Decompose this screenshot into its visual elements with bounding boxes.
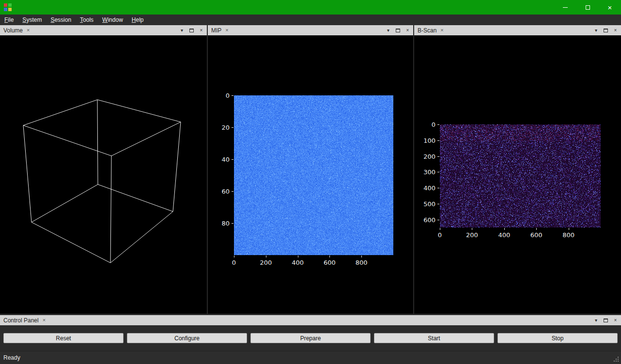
bscan-dock-menu-icon[interactable]: ▾ — [592, 25, 600, 35]
y-tick-label: 40 — [221, 156, 230, 163]
tick-mark — [472, 228, 472, 230]
tick-mark — [437, 220, 439, 220]
statusbar: Ready — [0, 351, 621, 364]
stop-button[interactable]: Stop — [497, 333, 618, 343]
y-tick-label: 100 — [423, 136, 435, 144]
y-tick-label: 60 — [221, 188, 230, 195]
x-tick-label: 200 — [466, 231, 478, 239]
tick-mark — [437, 124, 439, 125]
y-tick-label: 200 — [423, 152, 435, 160]
app-icon-yellow-cell — [8, 8, 12, 11]
bscan-panel: B-Scan × ▾ × 020040060080001002003004005… — [414, 25, 621, 314]
app-icon-green-cell — [8, 3, 12, 7]
float-window-icon — [396, 29, 400, 32]
status-text: Ready — [3, 354, 20, 361]
tick-mark — [329, 256, 330, 258]
mip-image[interactable] — [234, 95, 393, 255]
start-button[interactable]: Start — [374, 333, 494, 343]
volume-dock-float-icon[interactable] — [187, 25, 196, 35]
mip-viewport[interactable]: 0200400600800020406080 — [208, 35, 413, 314]
y-tick-label: 600 — [423, 216, 435, 223]
tick-mark — [504, 228, 505, 230]
tick-mark — [361, 256, 362, 258]
volume-tab[interactable]: Volume — [3, 27, 23, 34]
tick-mark — [232, 223, 233, 224]
mip-dock-float-icon[interactable] — [394, 25, 402, 35]
bscan-viewport[interactable]: 02004006008000100200300400500600 — [414, 35, 621, 314]
menu-file[interactable]: File — [0, 15, 18, 25]
y-tick-label: 0 — [432, 121, 435, 128]
app-window: × File System Session Tools Window Help … — [0, 0, 621, 364]
tick-mark — [232, 127, 233, 128]
app-icon-red-cell — [4, 3, 7, 7]
control-dock-close-icon[interactable]: × — [611, 315, 620, 325]
bscan-image[interactable] — [440, 124, 601, 228]
tick-mark — [437, 140, 439, 141]
x-tick-label: 800 — [562, 231, 574, 239]
volume-dock-menu-icon[interactable]: ▾ — [178, 25, 186, 35]
menubar: File System Session Tools Window Help — [0, 15, 621, 25]
tick-mark — [234, 256, 234, 258]
y-tick-label: 400 — [423, 184, 435, 192]
bscan-dock-float-icon[interactable] — [602, 25, 610, 35]
close-button[interactable]: × — [599, 0, 621, 15]
bscan-tab[interactable]: B-Scan — [418, 27, 436, 34]
bscan-tab-close-icon[interactable]: × — [440, 28, 443, 33]
menu-help[interactable]: Help — [127, 15, 148, 25]
mip-dock-close-icon[interactable]: × — [404, 25, 412, 35]
y-tick-label: 0 — [226, 92, 230, 99]
wireframe-cube — [0, 35, 207, 314]
resize-grip-icon[interactable] — [618, 361, 619, 362]
bscan-dock-close-icon[interactable]: × — [611, 25, 620, 35]
tick-mark — [437, 172, 439, 172]
x-tick-label: 600 — [324, 259, 336, 266]
x-tick-label: 400 — [498, 231, 510, 239]
x-tick-label: 400 — [292, 259, 304, 266]
volume-tab-close-icon[interactable]: × — [27, 28, 30, 33]
menu-system[interactable]: System — [18, 15, 46, 25]
configure-button[interactable]: Configure — [127, 333, 247, 343]
y-tick-label: 300 — [423, 168, 435, 176]
control-panel-content: Reset Configure Prepare Start Stop — [0, 325, 621, 351]
x-tick-label: 0 — [438, 231, 442, 239]
menu-window[interactable]: Window — [98, 15, 127, 25]
y-tick-label: 500 — [423, 200, 435, 207]
control-dock-menu-icon[interactable]: ▾ — [592, 315, 600, 325]
minimize-button[interactable] — [554, 0, 576, 15]
mip-tab[interactable]: MIP — [211, 27, 221, 34]
control-dock-header: Control Panel × ▾ × — [0, 315, 621, 325]
maximize-button[interactable] — [576, 0, 599, 15]
volume-dock-close-icon[interactable]: × — [197, 25, 205, 35]
volume-viewport[interactable] — [0, 35, 207, 314]
float-window-icon — [189, 29, 194, 32]
x-tick-label: 200 — [260, 259, 272, 266]
control-tab-close-icon[interactable]: × — [43, 318, 46, 323]
x-tick-label: 0 — [232, 259, 236, 266]
tick-mark — [232, 95, 233, 96]
tick-mark — [232, 159, 233, 160]
tick-mark — [437, 188, 439, 188]
control-dock-float-icon[interactable] — [602, 315, 610, 325]
close-icon: × — [608, 4, 612, 11]
control-panel-tab[interactable]: Control Panel — [3, 317, 39, 324]
menu-tools[interactable]: Tools — [76, 15, 98, 25]
float-window-icon — [604, 29, 608, 32]
tick-mark — [232, 191, 233, 192]
tick-mark — [298, 256, 298, 258]
bscan-dock-header: B-Scan × ▾ × — [414, 25, 621, 35]
app-icon — [4, 3, 12, 11]
menu-session[interactable]: Session — [46, 15, 76, 25]
tick-mark — [440, 228, 440, 230]
app-icon-blue-cell — [4, 8, 7, 11]
maximize-icon — [586, 5, 590, 10]
reset-button[interactable]: Reset — [3, 333, 124, 343]
tick-mark — [437, 204, 439, 204]
mip-tab-close-icon[interactable]: × — [225, 28, 228, 33]
prepare-button[interactable]: Prepare — [250, 333, 371, 343]
volume-dock-header: Volume × ▾ × — [0, 25, 207, 35]
titlebar: × — [0, 0, 621, 15]
volume-panel: Volume × ▾ × — [0, 25, 207, 314]
mip-dock-menu-icon[interactable]: ▾ — [384, 25, 392, 35]
x-tick-label: 800 — [356, 259, 368, 266]
mip-panel: MIP × ▾ × 0200400600800020406080 — [208, 25, 413, 314]
